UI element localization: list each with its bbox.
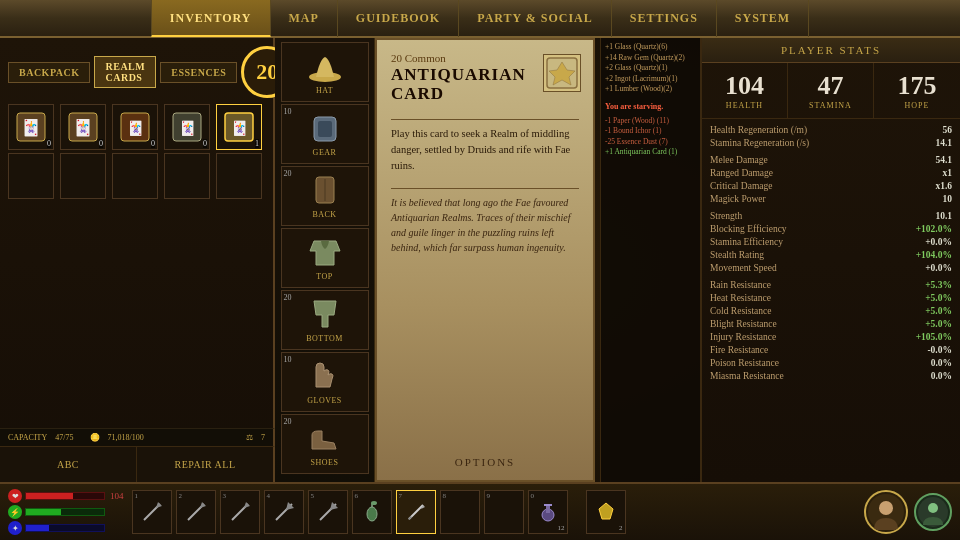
item-count-2: 0 [99,139,103,148]
health-label: HEALTH [706,101,783,110]
bottom-icon [305,297,345,332]
item-slot-10[interactable] [216,153,262,199]
tab-system[interactable]: SYSTEM [717,0,809,37]
tab-guidebook[interactable]: GUIDEBOOK [338,0,459,37]
hotbar-slot-5[interactable]: 5 [308,490,348,534]
svg-point-32 [879,501,893,515]
item-slot-8[interactable] [112,153,158,199]
hotbar-num-5: 5 [311,492,315,500]
stats-list: Health Regeneration (/m) 56 Stamina Rege… [702,119,960,386]
bottom-hotbar: ❤ 104 ⚡ ✦ 1 2 [0,482,960,540]
card-description: Play this card to seek a Realm of middli… [391,126,579,173]
health-value: 104 [706,71,783,101]
item-slot-1[interactable]: 🃏 0 [8,104,54,150]
stat-injury: Injury Resistance +105.0% [710,330,952,343]
tab-party-social[interactable]: PARTY & SOCIAL [459,0,612,37]
shoes-count: 20 [284,417,292,426]
item-slot-6[interactable] [8,153,54,199]
hotbar-num-8: 8 [443,492,447,500]
stamina-fill [26,509,61,515]
hotbar-slot-7[interactable]: 7 [396,490,436,534]
starving-message: You are starving. [605,101,696,112]
item-grid: 🃏 0 🃏 0 🃏 0 [0,104,273,205]
notes-panel: +1 Glass (Quartz)(6) +14 Raw Gem (Quartz… [600,38,700,482]
back-count: 20 [284,169,292,178]
gloves-count: 10 [284,355,292,364]
stat-poison: Poison Resistance 0.0% [710,356,952,369]
hotbar-slot-8[interactable]: 8 [440,490,480,534]
abc-button[interactable]: ABC [0,447,137,482]
svg-point-23 [371,501,377,505]
tab-essences[interactable]: ESSENCES [160,62,237,83]
equip-slot-back[interactable]: 20 BACK [281,166,369,226]
mana-fill [26,525,49,531]
hotbar-slot-2[interactable]: 2 [176,490,216,534]
equip-slot-gear[interactable]: 10 GEAR [281,104,369,164]
hotbar-num-3: 3 [223,492,227,500]
player-portrait [864,490,908,534]
card-divider-2 [391,188,579,189]
item-slot-9[interactable] [164,153,210,199]
stat-rain: Rain Resistance +5.3% [710,278,952,291]
tab-settings[interactable]: SETTINGS [612,0,717,37]
card-options[interactable]: OPTIONS [391,456,579,468]
hotbar-num-1: 1 [135,492,139,500]
hotbar-slot-4[interactable]: 4 [264,490,304,534]
svg-rect-28 [546,505,550,513]
companion-portrait [914,493,952,531]
item-slot-4[interactable]: 🃏 0 [164,104,210,150]
stat-blight: Blight Resistance +5.0% [710,317,952,330]
stat-blocking: Blocking Efficiency +102.0% [710,222,952,235]
equip-slot-gloves[interactable]: 10 GLOVES [281,352,369,412]
tab-map[interactable]: MAP [271,0,338,37]
hotbar-slot-3[interactable]: 3 [220,490,260,534]
stat-critical-damage: Critical Damage x1.6 [710,179,952,192]
left-panel-buttons: ABC REPAIR ALL [0,446,275,482]
mana-icon: ✦ [8,521,22,535]
health-bar [25,492,105,500]
svg-text:🃏: 🃏 [21,118,41,137]
tab-backpack[interactable]: BACKPACK [8,62,90,83]
heart-icon: ❤ [8,489,22,503]
svg-point-21 [367,507,377,521]
svg-marker-30 [599,503,613,519]
hotbar-slot-9[interactable]: 9 [484,490,524,534]
stamina-bar [25,508,105,516]
stamina-icon: ⚡ [8,505,22,519]
item-slot-3[interactable]: 🃏 0 [112,104,158,150]
item-count-5: 1 [255,139,259,148]
bottom-count: 20 [284,293,292,302]
item-slot-7[interactable] [60,153,106,199]
health-bar-row: ❤ 104 [8,489,124,503]
pickaxe-icon-2 [184,500,208,524]
hotbar-slot-6[interactable]: 6 [352,490,392,534]
svg-point-34 [928,503,938,513]
equip-slot-bottom[interactable]: 20 BOTTOM [281,290,369,350]
card-lore: It is believed that long ago the Fae fav… [391,195,579,255]
stat-cold: Cold Resistance +5.0% [710,304,952,317]
item-slot-5[interactable]: 🃏 1 [216,104,262,150]
hotbar-slot-extra1[interactable]: 2 [586,490,626,534]
hotbar-slot-1[interactable]: 1 [132,490,172,534]
portrait-area [864,490,952,534]
equip-slot-hat[interactable]: HAT [281,42,369,102]
penalty-4: +1 Antiquarian Card (1) [605,147,696,158]
gear-label: GEAR [313,148,337,157]
note-line-3: +2 Glass (Quartz)(1) [605,63,696,74]
capacity-row: CAPACITY 47/75 🪙 71,018/100 ⚖ 7 [0,428,275,446]
stat-hope: 175 HOPE [874,63,960,118]
penalty-2: -1 Bound Ichor (1) [605,126,696,137]
svg-rect-29 [544,504,552,506]
gem-count: 2 [619,524,623,532]
equip-slot-shoes[interactable]: 20 SHOES [281,414,369,474]
gold-icon: 🪙 [90,433,100,442]
item-slot-2[interactable]: 🃏 0 [60,104,106,150]
equip-slot-top[interactable]: TOP [281,228,369,288]
tab-inventory[interactable]: INVENTORY [151,0,271,37]
axe-icon-5 [316,500,340,524]
repair-all-button[interactable]: REPAIR ALL [137,447,273,482]
tab-realm-cards[interactable]: REALM CARDS [94,56,156,88]
hotbar-slot-0[interactable]: 0 12 [528,490,568,534]
hotbar-num-6: 6 [355,492,359,500]
shoes-icon [305,421,345,456]
